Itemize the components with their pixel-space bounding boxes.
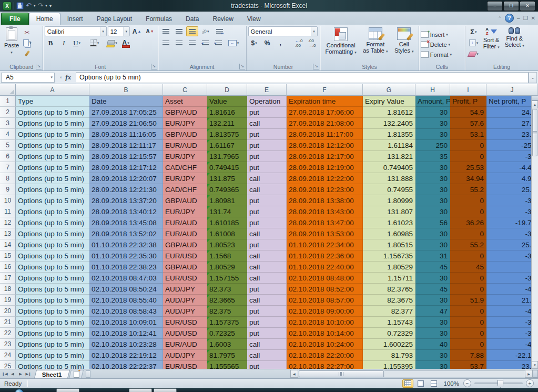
cell-E9[interactable]: call (247, 184, 287, 195)
row-header-23[interactable]: 23 (0, 339, 16, 350)
cell-H6[interactable]: 35 (415, 151, 450, 162)
cell-E16[interactable]: call (247, 262, 287, 273)
cell-I2[interactable]: 54.9 (450, 107, 486, 118)
cell-H3[interactable]: 30 (415, 118, 450, 129)
cell-H24[interactable]: 30 (415, 350, 450, 361)
cell-J15[interactable]: -31 (486, 250, 538, 262)
cell-J5[interactable]: -250 (486, 140, 538, 151)
expand-formula-bar-icon[interactable]: ⌄ (529, 72, 537, 83)
column-header-G[interactable]: G (363, 84, 415, 96)
cell-I25[interactable]: 53.7 (450, 361, 486, 369)
cell-G2[interactable]: 1.81612 (363, 107, 415, 118)
start-button-icon[interactable] (15, 389, 24, 392)
undo-icon[interactable]: ↶ (26, 3, 32, 8)
cell-F22[interactable]: 02.10.2018 10:14:00 (287, 328, 363, 339)
cell-G21[interactable]: 1.15743 (363, 317, 415, 328)
cell-E19[interactable]: call (247, 295, 287, 306)
row-header-13[interactable]: 13 (0, 228, 16, 239)
cell-I12[interactable]: 36.26 (450, 217, 486, 228)
cell-E10[interactable]: put (247, 195, 287, 206)
vertical-scroll-thumb[interactable] (532, 109, 537, 156)
cell-A8[interactable]: Options (up to 5 min) (16, 173, 89, 184)
cell-I22[interactable]: 0 (450, 328, 486, 339)
cell-E22[interactable]: put (247, 328, 287, 339)
row-header-21[interactable]: 21 (0, 317, 16, 328)
tab-review[interactable]: Review (206, 13, 240, 25)
cell-A7[interactable]: Options (up to 5 min) (16, 162, 89, 173)
cell-C2[interactable]: GBP/AUD (163, 107, 207, 118)
cell-A4[interactable]: Options (up to 5 min) (16, 129, 89, 140)
cell-A10[interactable]: Options (up to 5 min) (16, 195, 89, 206)
cell-B22[interactable]: 02.10.2018 10:12:41 (89, 328, 163, 339)
cell-E14[interactable]: put (247, 239, 287, 250)
cell-D20[interactable]: 82.375 (207, 306, 247, 317)
currency-button[interactable]: $▾ (248, 38, 260, 48)
cell-I4[interactable]: 53.1 (450, 129, 486, 140)
taskbar-item[interactable] (56, 388, 79, 392)
cell-G4[interactable]: 1.81355 (363, 129, 415, 140)
first-sheet-icon[interactable]: ❙◀ (1, 370, 8, 377)
vertical-split-handle[interactable] (532, 96, 538, 100)
page-layout-view-button[interactable] (415, 379, 427, 388)
cell-B9[interactable]: 28.09.2018 12:21:30 (89, 184, 163, 195)
row-header-12[interactable]: 12 (0, 217, 16, 228)
cell-E23[interactable]: call (247, 339, 287, 350)
cell-H21[interactable]: 30 (415, 317, 450, 328)
cell-C7[interactable]: CAD/CHF (163, 162, 207, 173)
cell-B18[interactable]: 02.10.2018 08:50:24 (89, 284, 163, 295)
cell-E15[interactable]: call (247, 250, 287, 262)
cell-C4[interactable]: GBP/AUD (163, 129, 207, 140)
cell-A1[interactable]: Type (16, 96, 89, 107)
cell-H10[interactable]: 30 (415, 195, 450, 206)
clipboard-dialog-launcher-icon[interactable]: ↘ (36, 64, 42, 69)
cell-A23[interactable]: Options (up to 5 min) (16, 339, 89, 350)
cell-I10[interactable]: 0 (450, 195, 486, 206)
cell-G19[interactable]: 82.3675 (363, 295, 415, 306)
cell-D23[interactable]: 1.6003 (207, 339, 247, 350)
delete-cells-button[interactable]: ✕Delete▾ (421, 39, 450, 49)
cell-A16[interactable]: Options (up to 5 min) (16, 262, 89, 273)
cell-H16[interactable]: 45 (415, 262, 450, 273)
row-header-24[interactable]: 24 (0, 350, 16, 361)
cell-F16[interactable]: 01.10.2018 22:40:00 (287, 262, 363, 273)
cell-H11[interactable]: 30 (415, 206, 450, 217)
row-header-1[interactable]: 1 (0, 96, 16, 107)
cell-G22[interactable]: 0.72329 (363, 328, 415, 339)
cell-J3[interactable]: 27.6 (486, 118, 538, 129)
cell-B16[interactable]: 01.10.2018 22:38:23 (89, 262, 163, 273)
cell-D21[interactable]: 1.157375 (207, 317, 247, 328)
cell-H22[interactable]: 30 (415, 328, 450, 339)
cell-C12[interactable]: EUR/AUD (163, 217, 207, 228)
row-header-22[interactable]: 22 (0, 328, 16, 339)
cell-I19[interactable]: 51.9 (450, 295, 486, 306)
row-header-15[interactable]: 15 (0, 250, 16, 262)
taskbar-item[interactable] (154, 388, 177, 392)
save-icon[interactable] (16, 2, 24, 9)
cell-H20[interactable]: 47 (415, 306, 450, 317)
cell-G12[interactable]: 1.61023 (363, 217, 415, 228)
cell-C15[interactable]: EUR/USD (163, 250, 207, 262)
cell-J6[interactable]: -35 (486, 151, 538, 162)
cell-F19[interactable]: 02.10.2018 08:57:00 (287, 295, 363, 306)
tab-data[interactable]: Data (179, 13, 206, 25)
column-header-D[interactable]: D (207, 84, 247, 96)
row-header-20[interactable]: 20 (0, 306, 16, 317)
cell-E12[interactable]: put (247, 217, 287, 228)
shrink-font-button[interactable]: A▼ (144, 26, 156, 36)
prev-sheet-icon[interactable]: ◀ (9, 370, 16, 377)
wrap-text-button[interactable] (214, 26, 226, 36)
next-sheet-icon[interactable]: ▶ (17, 370, 24, 377)
cell-B3[interactable]: 27.09.2018 21:06:50 (89, 118, 163, 129)
row-header-8[interactable]: 8 (0, 173, 16, 184)
cell-E21[interactable]: put (247, 317, 287, 328)
cell-C21[interactable]: EUR/USD (163, 317, 207, 328)
cell-E4[interactable]: put (247, 129, 287, 140)
cell-H25[interactable]: 30 (415, 361, 450, 369)
cell-I16[interactable]: 45 (450, 262, 486, 273)
cell-C5[interactable]: EUR/AUD (163, 140, 207, 151)
cell-D16[interactable]: 1.80529 (207, 262, 247, 273)
cell-J21[interactable]: -30 (486, 317, 538, 328)
cell-C19[interactable]: AUD/JPY (163, 295, 207, 306)
cell-D18[interactable]: 82.373 (207, 284, 247, 295)
cell-D12[interactable]: 1.610185 (207, 217, 247, 228)
